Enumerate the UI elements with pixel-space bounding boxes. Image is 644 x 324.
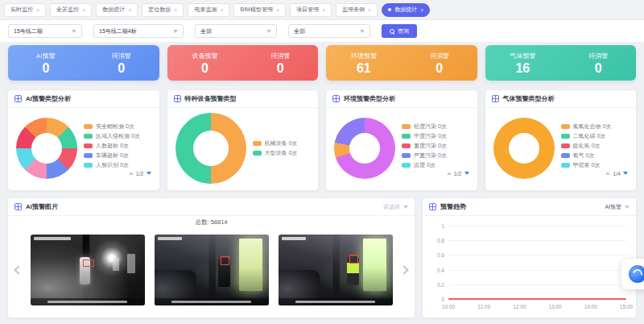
trend-chart-body: 10.80.60.40.2010:0011:0012:0013:0014:001… xyxy=(429,221,630,316)
select-value: 15号线二期4标 xyxy=(99,27,137,35)
tab-item[interactable]: 电量监测× xyxy=(188,3,229,17)
page-up-icon[interactable] xyxy=(129,172,134,175)
image-panel-icon xyxy=(14,203,22,210)
stat-card-gas-alert: 气体预警16待消警0 xyxy=(485,45,637,81)
carousel-track xyxy=(26,235,397,305)
x-tick-label: 11:00 xyxy=(477,304,490,309)
tab-item[interactable]: 定位数据× xyxy=(142,3,184,17)
legend-item: 甲烷量 0次 xyxy=(561,161,632,168)
select-value: 全部 xyxy=(200,27,212,35)
image-type-select[interactable]: 请选择 xyxy=(383,203,408,211)
legend-item: 轻度污染 0次 xyxy=(402,123,473,131)
legend-list: 机械设备 0次大型设备 0次 xyxy=(253,138,314,160)
page-up-icon[interactable] xyxy=(447,172,452,175)
analysis-card-row: AI预警类型分析安全帽检测 0次区域入侵检测 0次人数超标 0次车辆超标 0次人… xyxy=(8,90,636,190)
tab-item[interactable]: BIM模型管理× xyxy=(233,3,286,17)
card-header: 气体预警类型分析 xyxy=(485,90,637,108)
close-icon[interactable]: × xyxy=(36,7,39,13)
close-icon[interactable]: × xyxy=(128,7,131,13)
caption-text-bar xyxy=(295,301,375,303)
trend-panel-icon xyxy=(429,203,436,210)
analysis-card-1: AI预警类型分析安全帽检测 0次区域入侵检测 0次人数超标 0次车辆超标 0次人… xyxy=(8,90,159,190)
alert-image-3[interactable] xyxy=(279,235,393,305)
legend-item: 二氧化碳 0次 xyxy=(561,132,632,140)
stat-value: 0 xyxy=(118,62,125,75)
filter-select[interactable]: 15号线二期4标 xyxy=(93,24,184,38)
chart-panel-icon xyxy=(14,95,22,102)
carousel-next-button[interactable] xyxy=(397,267,411,273)
card-title: 环境预警类型分析 xyxy=(344,94,395,103)
stat-label: 气体预警 xyxy=(510,52,535,60)
doorway-light xyxy=(239,239,263,291)
legend-label: 大型设备 0次 xyxy=(265,149,298,157)
stat-value: 61 xyxy=(357,62,371,75)
donut-body: 安全帽检测 0次区域入侵检测 0次人数超标 0次车辆超标 0次人脸识别 0次反光… xyxy=(8,108,159,190)
floating-assistant-button[interactable] xyxy=(621,259,644,289)
tab-label: BIM模型管理 xyxy=(240,6,272,14)
x-tick-label: 12:00 xyxy=(513,304,526,309)
tab-item-active[interactable]: 数据统计× xyxy=(382,3,430,17)
tab-item[interactable]: 监理条例× xyxy=(336,3,378,17)
donut-body: 轻度污染 0次中度污染 0次重度污染 0次严重污染 0次温度 0次湿度 0次1/… xyxy=(326,108,477,190)
filter-select[interactable]: 15号线二期 xyxy=(8,24,82,38)
card-title: 特种设备预警类型 xyxy=(185,94,237,103)
stat-metric: 设备预警0 xyxy=(167,45,243,81)
legend-swatch xyxy=(561,124,570,129)
close-icon[interactable]: × xyxy=(322,7,325,13)
legend-label: 温度 0次 xyxy=(414,161,436,168)
chart-panel-icon xyxy=(332,95,340,102)
close-icon[interactable]: × xyxy=(276,7,279,13)
card-header: 环境预警类型分析 xyxy=(326,90,477,108)
image-carousel xyxy=(8,226,415,318)
chevron-down-icon xyxy=(72,30,76,33)
legend-label: 中度污染 0次 xyxy=(414,132,447,140)
stat-label: 环境预警 xyxy=(351,52,377,60)
close-icon[interactable]: × xyxy=(82,7,85,13)
close-icon[interactable]: × xyxy=(174,7,177,13)
alert-image-2[interactable] xyxy=(155,235,269,305)
alert-image-1[interactable] xyxy=(31,235,145,305)
tab-label: 数据统计 xyxy=(102,6,125,14)
legend-label: 车辆超标 0次 xyxy=(96,152,129,160)
stat-metric: 待消警0 xyxy=(560,45,636,81)
trend-type-select[interactable]: AI预警 xyxy=(605,203,630,211)
page-down-icon[interactable] xyxy=(623,172,628,175)
tab-item[interactable]: 数据统计× xyxy=(96,3,138,17)
legend: 机械设备 0次大型设备 0次 xyxy=(253,138,314,160)
search-button[interactable]: 查询 xyxy=(382,24,417,38)
tab-item[interactable]: 全景监控× xyxy=(50,3,92,17)
page-up-icon[interactable] xyxy=(605,172,610,175)
carousel-prev-button[interactable] xyxy=(11,267,26,273)
legend-swatch xyxy=(561,163,570,168)
close-icon[interactable]: × xyxy=(368,7,371,13)
card-title: AI预警图片 xyxy=(26,202,58,211)
filter-select[interactable]: 全部 xyxy=(195,24,277,38)
legend-swatch xyxy=(402,143,411,148)
ai-alert-images-card: AI预警图片 请选择 总数: 58814 xyxy=(8,198,415,318)
legend-item: 氮氧化合物 0次 xyxy=(561,123,632,131)
assistant-logo-icon xyxy=(629,265,644,283)
tab-item[interactable]: 项目管理× xyxy=(290,3,332,17)
image-caption xyxy=(155,298,269,305)
bottom-row: AI预警图片 请选择 总数: 58814 xyxy=(8,198,636,318)
wall-poster xyxy=(127,254,135,273)
stat-card-environment-alert: 环境预警61待消警0 xyxy=(326,45,477,81)
tab-label: 数据统计 xyxy=(394,6,417,14)
stat-metric: 环境预警61 xyxy=(326,45,402,81)
close-icon[interactable]: × xyxy=(220,7,223,13)
tab-label: 电量监测 xyxy=(194,6,217,14)
gridline xyxy=(448,285,626,285)
filter-select[interactable]: 全部 xyxy=(288,24,370,38)
page-down-icon[interactable] xyxy=(147,172,151,175)
tab-item[interactable]: 实时监控× xyxy=(4,3,46,17)
stat-value: 0 xyxy=(201,62,208,75)
page-down-icon[interactable] xyxy=(464,172,469,175)
legend-label: 严重污染 0次 xyxy=(414,152,447,160)
close-icon[interactable]: × xyxy=(420,7,423,13)
doorway-light xyxy=(363,239,387,291)
x-tick-label: 10:00 xyxy=(442,304,455,309)
caption-text-bar xyxy=(171,301,251,303)
stat-label: 待消警 xyxy=(112,52,131,60)
legend-label: 区域入侵检测 0次 xyxy=(96,132,140,140)
filter-bar: 15号线二期15号线二期4标全部全部 查询 xyxy=(0,20,644,42)
